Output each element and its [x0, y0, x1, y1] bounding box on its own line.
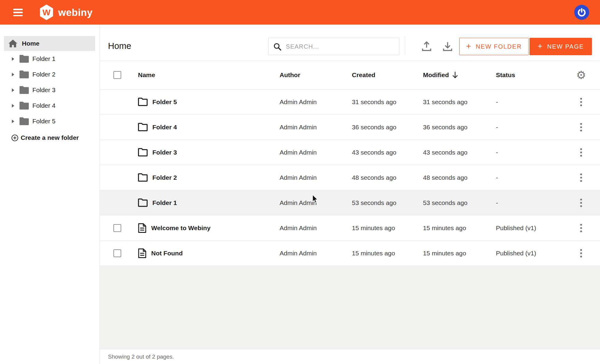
tree-folder-label: Folder 3 [32, 86, 56, 94]
search-input[interactable] [286, 43, 394, 50]
row-author: Admin Admin [280, 199, 352, 206]
table-row-folder-3[interactable]: Folder 3 Admin Admin 43 seconds ago 43 s… [100, 140, 600, 165]
column-header-modified[interactable]: Modified [423, 71, 496, 79]
column-header-status[interactable]: Status [496, 71, 572, 79]
column-header-created[interactable]: Created [352, 71, 423, 79]
folder-icon [20, 117, 29, 125]
new-page-button[interactable]: + NEW PAGE [530, 38, 592, 55]
row-modified: 15 minutes ago [423, 224, 496, 232]
folder-icon [20, 86, 29, 94]
user-avatar[interactable] [574, 5, 589, 20]
folder-icon [20, 102, 29, 110]
row-name-cell[interactable]: Folder 5 [138, 98, 280, 106]
row-created: 15 minutes ago [352, 250, 423, 257]
main-content: Home + NEW FOLDER + NEW PAGE [100, 25, 600, 364]
row-name-cell[interactable]: Welcome to Webiny [138, 223, 280, 233]
kebab-menu-icon[interactable] [578, 248, 584, 259]
pagination-status-text: Showing 2 out of 2 pages. [108, 353, 174, 360]
webiny-hexagon-icon: W [39, 5, 54, 20]
row-created: 43 seconds ago [352, 149, 423, 156]
folder-icon [20, 55, 29, 63]
sort-descending-icon [452, 71, 458, 79]
kebab-menu-icon[interactable] [578, 122, 584, 133]
import-button[interactable] [421, 41, 432, 52]
plus-circle-icon [11, 134, 18, 141]
row-checkbox[interactable] [113, 224, 121, 232]
row-name: Folder 1 [152, 199, 177, 206]
sidebar-item-folder-1[interactable]: Folder 1 [0, 51, 100, 67]
create-new-folder-button[interactable]: Create a new folder [11, 134, 79, 141]
search-box[interactable] [268, 38, 399, 55]
sidebar-item-home[interactable]: Home [4, 36, 95, 51]
table-row-folder-2[interactable]: Folder 2 Admin Admin 48 seconds ago 48 s… [100, 165, 600, 190]
webiny-logo[interactable]: W webiny [39, 5, 93, 20]
caret-right-icon[interactable] [12, 73, 14, 77]
row-name-cell[interactable]: Folder 1 [138, 198, 280, 207]
home-icon [8, 40, 17, 48]
row-author: Admin Admin [280, 250, 352, 257]
sidebar-item-folder-3[interactable]: Folder 3 [0, 82, 100, 98]
row-status: - [496, 199, 572, 206]
tree-folder-label: Folder 5 [32, 118, 56, 125]
table-settings-gear-icon[interactable]: ⚙ [572, 70, 591, 81]
row-created: 53 seconds ago [352, 199, 423, 206]
toolbar-divider [405, 36, 405, 55]
kebab-menu-icon[interactable] [578, 97, 584, 107]
row-created: 31 seconds ago [352, 98, 423, 106]
create-folder-label: Create a new folder [21, 134, 79, 141]
row-status: Published (v1) [496, 224, 572, 232]
sidebar-item-folder-4[interactable]: Folder 4 [0, 98, 100, 113]
row-created: 48 seconds ago [352, 174, 423, 181]
caret-right-icon[interactable] [12, 88, 14, 92]
row-name-cell[interactable]: Not Found [138, 248, 280, 258]
tree-folder-label: Folder 4 [32, 102, 56, 109]
kebab-menu-icon[interactable] [578, 147, 584, 158]
row-name: Folder 4 [152, 124, 177, 131]
row-author: Admin Admin [280, 224, 352, 232]
hamburger-menu-icon[interactable] [13, 9, 23, 16]
kebab-menu-icon[interactable] [578, 197, 584, 208]
row-created: 36 seconds ago [352, 124, 423, 131]
row-author: Admin Admin [280, 124, 352, 131]
table-row-page-welcome[interactable]: Welcome to Webiny Admin Admin 15 minutes… [100, 215, 600, 241]
export-button[interactable] [442, 41, 453, 52]
table-body: Folder 5 Admin Admin 31 seconds ago 31 s… [100, 89, 600, 266]
kebab-menu-icon[interactable] [578, 172, 584, 183]
row-name-cell[interactable]: Folder 4 [138, 123, 280, 131]
row-status: - [496, 98, 572, 106]
folder-icon [138, 123, 148, 131]
caret-right-icon[interactable] [12, 119, 14, 123]
table-row-folder-4[interactable]: Folder 4 Admin Admin 36 seconds ago 36 s… [100, 115, 600, 140]
new-folder-button[interactable]: + NEW FOLDER [459, 38, 529, 55]
row-modified: 15 minutes ago [423, 250, 496, 257]
row-status: - [496, 124, 572, 131]
row-author: Admin Admin [280, 149, 352, 156]
modified-label: Modified [423, 71, 449, 79]
select-all-checkbox[interactable] [113, 71, 121, 79]
caret-right-icon[interactable] [12, 104, 14, 108]
caret-right-icon[interactable] [12, 57, 14, 61]
row-checkbox[interactable] [113, 249, 121, 257]
sidebar-item-folder-2[interactable]: Folder 2 [0, 67, 100, 82]
plus-icon: + [466, 41, 472, 51]
row-name: Not Found [151, 250, 183, 257]
column-header-name[interactable]: Name [138, 71, 280, 79]
row-name-cell[interactable]: Folder 2 [138, 173, 280, 182]
column-header-author[interactable]: Author [280, 71, 352, 79]
page-document-icon [138, 223, 146, 233]
table-row-folder-5[interactable]: Folder 5 Admin Admin 31 seconds ago 31 s… [100, 89, 600, 115]
row-author: Admin Admin [280, 174, 352, 181]
table-row-folder-1[interactable]: Folder 1 Admin Admin 53 seconds ago 53 s… [100, 190, 600, 215]
row-status: Published (v1) [496, 250, 572, 257]
table-row-page-not-found[interactable]: Not Found Admin Admin 15 minutes ago 15 … [100, 241, 600, 266]
row-name: Folder 5 [152, 98, 177, 106]
tree-folder-label: Folder 1 [32, 55, 56, 62]
page-title: Home [108, 41, 131, 51]
kebab-menu-icon[interactable] [578, 223, 584, 233]
row-created: 15 minutes ago [352, 224, 423, 232]
pagination-footer: Showing 2 out of 2 pages. [100, 349, 600, 364]
tree-folder-label: Folder 2 [32, 71, 56, 78]
row-name-cell[interactable]: Folder 3 [138, 148, 280, 157]
row-name: Folder 2 [152, 174, 177, 181]
sidebar-item-folder-5[interactable]: Folder 5 [0, 113, 100, 129]
